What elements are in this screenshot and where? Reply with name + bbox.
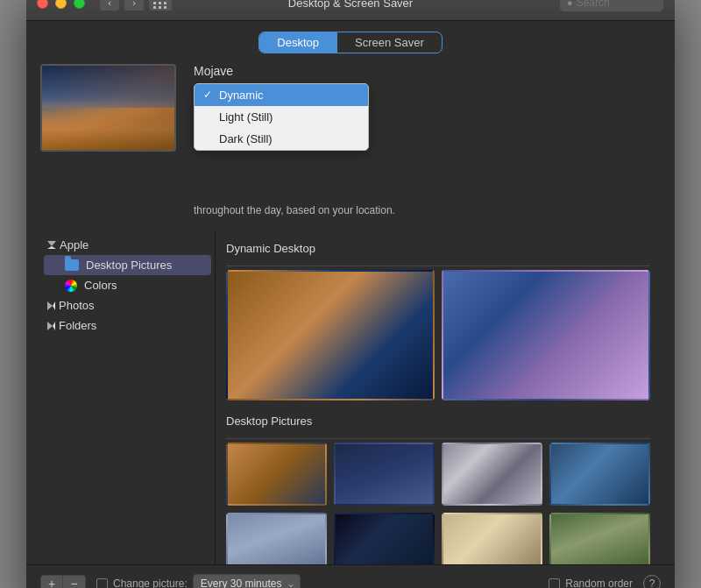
thumb-picture-3[interactable] <box>442 443 542 506</box>
expand-icon <box>47 241 56 249</box>
search-box[interactable]: ● <box>559 0 664 12</box>
category-label: Mojave <box>194 64 661 78</box>
thumb-picture-5[interactable] <box>226 513 327 564</box>
sidebar-group-label: Apple <box>60 238 89 251</box>
main-window: ‹ › Desktop & Screen Saver ● Desktop Scr… <box>26 0 675 588</box>
thumb-dynamic-2[interactable] <box>442 270 650 400</box>
back-button[interactable]: ‹ <box>99 0 120 11</box>
section-header-dynamic: Dynamic Desktop <box>226 242 650 259</box>
remove-button[interactable]: − <box>63 575 86 588</box>
change-picture-label: Change picture: <box>113 577 188 588</box>
sidebar-item-desktop-pictures[interactable]: Desktop Pictures <box>44 255 211 275</box>
search-icon: ● <box>567 0 573 8</box>
forward-button[interactable]: › <box>124 0 145 11</box>
random-order-row: Random order <box>549 577 633 588</box>
random-order-label: Random order <box>565 577 633 588</box>
interval-select[interactable]: Every 30 minutes Every 5 minutes Every 1… <box>193 574 301 588</box>
traffic-lights <box>37 0 85 9</box>
titlebar: ‹ › Desktop & Screen Saver ● <box>26 0 675 21</box>
section-header-pictures: Desktop Pictures <box>226 414 650 431</box>
random-order-checkbox[interactable] <box>549 578 560 588</box>
collapse-icon <box>47 322 55 330</box>
divider <box>226 438 650 439</box>
sidebar-item-label: Desktop Pictures <box>86 259 172 272</box>
sidebar-group-label: Photos <box>59 299 94 312</box>
maximize-button[interactable] <box>74 0 85 9</box>
thumb-dynamic-1[interactable] <box>226 270 435 400</box>
dynamic-desktop-grid <box>226 270 650 400</box>
segment-control: Desktop Screen Saver <box>258 32 442 53</box>
add-remove-buttons: + − <box>40 575 86 588</box>
selector-area: Mojave ✓ Dynamic Light (Still) Dark (Sti… <box>194 64 661 218</box>
description-text: throughout the day, based on your locati… <box>194 203 661 218</box>
search-input[interactable] <box>577 0 656 9</box>
sidebar: Apple Desktop Pictures Colors Photos Fol… <box>40 231 216 564</box>
thumb-picture-6[interactable] <box>334 513 435 564</box>
grid-icon <box>153 0 167 9</box>
collapse-icon <box>47 301 55 310</box>
nav-buttons: ‹ › <box>99 0 145 11</box>
content-area: Mojave ✓ Dynamic Light (Still) Dark (Sti… <box>26 64 675 565</box>
close-button[interactable] <box>37 0 48 9</box>
preview-row: Mojave ✓ Dynamic Light (Still) Dark (Sti… <box>40 64 661 218</box>
tab-screensaver[interactable]: Screen Saver <box>337 32 442 53</box>
sidebar-item-label: Colors <box>84 279 117 292</box>
folder-icon <box>65 259 79 271</box>
change-picture-row: Change picture: Every 30 minutes Every 5… <box>96 574 301 588</box>
sidebar-group-photos[interactable]: Photos <box>40 295 215 315</box>
thumb-picture-2[interactable] <box>334 443 435 506</box>
add-button[interactable]: + <box>40 575 63 588</box>
thumb-picture-4[interactable] <box>549 443 650 506</box>
thumb-picture-7[interactable] <box>442 513 542 564</box>
segment-bar: Desktop Screen Saver <box>26 21 675 64</box>
dropdown-item-label: Dynamic <box>219 89 264 102</box>
divider <box>226 266 650 266</box>
dropdown-item-light[interactable]: Light (Still) <box>195 106 368 128</box>
dropdown-container: ✓ Dynamic Light (Still) Dark (Still) <box>194 83 661 151</box>
bottom-bar: + − Change picture: Every 30 minutes Eve… <box>26 564 675 588</box>
bottom-options: Change picture: Every 30 minutes Every 5… <box>96 574 538 588</box>
right-panel: Dynamic Desktop Desktop Pictures <box>216 231 661 564</box>
minimize-button[interactable] <box>55 0 67 9</box>
preview-image <box>40 64 176 152</box>
color-wheel-icon <box>65 280 77 292</box>
help-button[interactable]: ? <box>643 575 661 588</box>
sidebar-group-apple[interactable]: Apple <box>40 235 215 255</box>
dropdown-item-dynamic[interactable]: ✓ Dynamic <box>195 84 368 106</box>
tab-desktop[interactable]: Desktop <box>259 32 337 53</box>
dropdown-menu: ✓ Dynamic Light (Still) Dark (Still) <box>194 83 369 151</box>
thumb-picture-8[interactable] <box>549 513 650 564</box>
dropdown-item-label: Light (Still) <box>219 110 273 124</box>
sidebar-item-colors[interactable]: Colors <box>44 275 211 295</box>
check-icon: ✓ <box>203 89 212 101</box>
dropdown-item-dark[interactable]: Dark (Still) <box>195 128 368 150</box>
interval-select-wrap: Every 30 minutes Every 5 minutes Every 1… <box>193 574 301 588</box>
window-title: Desktop & Screen Saver <box>288 0 413 10</box>
main-panel: Apple Desktop Pictures Colors Photos Fol… <box>40 231 661 564</box>
desktop-pictures-grid <box>226 443 650 564</box>
change-picture-checkbox[interactable] <box>96 578 108 588</box>
thumb-picture-1[interactable] <box>226 443 327 506</box>
sidebar-group-label: Folders <box>59 319 96 332</box>
sidebar-group-folders[interactable]: Folders <box>40 315 215 336</box>
app-grid-button[interactable] <box>148 0 173 11</box>
dropdown-item-label: Dark (Still) <box>219 132 273 145</box>
